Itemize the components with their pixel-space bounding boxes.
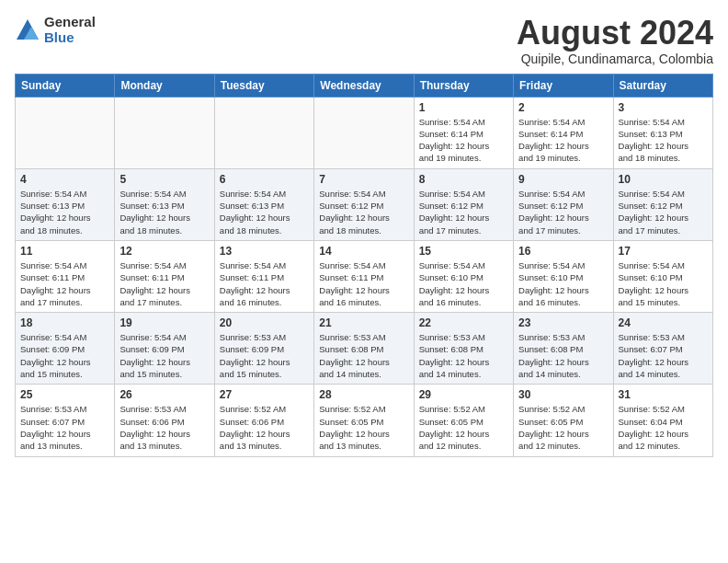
day-number: 27 <box>220 388 309 401</box>
weekday-header-saturday: Saturday <box>613 74 712 97</box>
weekday-header-sunday: Sunday <box>16 74 115 97</box>
day-number: 15 <box>419 245 508 258</box>
calendar-day-cell: 13Sunrise: 5:54 AM Sunset: 6:11 PM Dayli… <box>214 240 313 312</box>
calendar-day-cell: 22Sunrise: 5:53 AM Sunset: 6:08 PM Dayli… <box>414 313 513 385</box>
day-info: Sunrise: 5:54 AM Sunset: 6:13 PM Dayligh… <box>20 188 109 236</box>
calendar-day-cell: 29Sunrise: 5:52 AM Sunset: 6:05 PM Dayli… <box>414 385 513 456</box>
calendar-day-cell: 27Sunrise: 5:52 AM Sunset: 6:06 PM Dayli… <box>214 385 313 456</box>
day-info: Sunrise: 5:52 AM Sunset: 6:05 PM Dayligh… <box>419 403 508 452</box>
calendar-day-cell <box>115 97 214 168</box>
calendar-day-cell: 6Sunrise: 5:54 AM Sunset: 6:13 PM Daylig… <box>214 168 313 240</box>
calendar-week-row: 4Sunrise: 5:54 AM Sunset: 6:13 PM Daylig… <box>16 168 713 240</box>
title-block: August 2024 Quipile, Cundinamarca, Colom… <box>517 15 713 66</box>
day-number: 18 <box>20 316 109 329</box>
day-info: Sunrise: 5:54 AM Sunset: 6:14 PM Dayligh… <box>419 116 508 165</box>
calendar-day-cell: 28Sunrise: 5:52 AM Sunset: 6:05 PM Dayli… <box>314 385 414 456</box>
calendar-day-cell: 8Sunrise: 5:54 AM Sunset: 6:12 PM Daylig… <box>414 168 513 240</box>
calendar-day-cell: 18Sunrise: 5:54 AM Sunset: 6:09 PM Dayli… <box>16 313 115 385</box>
day-number: 8 <box>419 173 508 186</box>
month-title: August 2024 <box>517 15 713 52</box>
weekday-header-tuesday: Tuesday <box>214 74 313 97</box>
day-number: 29 <box>419 388 508 401</box>
calendar-day-cell: 30Sunrise: 5:52 AM Sunset: 6:05 PM Dayli… <box>514 385 613 456</box>
day-number: 7 <box>319 173 408 186</box>
logo-blue: Blue <box>44 30 96 46</box>
day-number: 16 <box>518 245 608 258</box>
day-number: 31 <box>619 388 708 401</box>
day-number: 12 <box>119 245 209 258</box>
day-info: Sunrise: 5:53 AM Sunset: 6:07 PM Dayligh… <box>20 403 109 452</box>
day-number: 30 <box>518 388 608 401</box>
day-info: Sunrise: 5:54 AM Sunset: 6:11 PM Dayligh… <box>220 259 309 308</box>
day-info: Sunrise: 5:53 AM Sunset: 6:08 PM Dayligh… <box>518 331 608 380</box>
day-info: Sunrise: 5:54 AM Sunset: 6:12 PM Dayligh… <box>419 188 508 236</box>
day-number: 25 <box>20 388 109 401</box>
calendar-day-cell: 31Sunrise: 5:52 AM Sunset: 6:04 PM Dayli… <box>613 385 712 456</box>
day-info: Sunrise: 5:53 AM Sunset: 6:09 PM Dayligh… <box>220 331 309 380</box>
day-number: 10 <box>619 173 708 186</box>
calendar-day-cell <box>16 97 115 168</box>
calendar-week-row: 18Sunrise: 5:54 AM Sunset: 6:09 PM Dayli… <box>16 313 713 385</box>
day-info: Sunrise: 5:54 AM Sunset: 6:11 PM Dayligh… <box>119 259 209 308</box>
weekday-header-monday: Monday <box>115 74 214 97</box>
calendar-day-cell: 4Sunrise: 5:54 AM Sunset: 6:13 PM Daylig… <box>16 168 115 240</box>
calendar-day-cell: 11Sunrise: 5:54 AM Sunset: 6:11 PM Dayli… <box>16 240 115 312</box>
calendar: SundayMondayTuesdayWednesdayThursdayFrid… <box>15 74 713 457</box>
day-info: Sunrise: 5:54 AM Sunset: 6:12 PM Dayligh… <box>319 188 408 236</box>
calendar-day-cell: 20Sunrise: 5:53 AM Sunset: 6:09 PM Dayli… <box>214 313 313 385</box>
calendar-day-cell: 15Sunrise: 5:54 AM Sunset: 6:10 PM Dayli… <box>414 240 513 312</box>
day-info: Sunrise: 5:54 AM Sunset: 6:09 PM Dayligh… <box>119 331 209 380</box>
calendar-week-row: 1Sunrise: 5:54 AM Sunset: 6:14 PM Daylig… <box>16 97 713 168</box>
day-number: 19 <box>119 316 209 329</box>
page-header: General Blue August 2024 Quipile, Cundin… <box>15 15 713 66</box>
calendar-day-cell: 9Sunrise: 5:54 AM Sunset: 6:12 PM Daylig… <box>514 168 613 240</box>
day-info: Sunrise: 5:54 AM Sunset: 6:10 PM Dayligh… <box>419 259 508 308</box>
day-info: Sunrise: 5:53 AM Sunset: 6:08 PM Dayligh… <box>319 331 408 380</box>
day-number: 6 <box>220 173 309 186</box>
day-info: Sunrise: 5:54 AM Sunset: 6:13 PM Dayligh… <box>619 116 708 165</box>
day-info: Sunrise: 5:54 AM Sunset: 6:13 PM Dayligh… <box>220 188 309 236</box>
day-number: 26 <box>119 388 209 401</box>
day-info: Sunrise: 5:54 AM Sunset: 6:11 PM Dayligh… <box>319 259 408 308</box>
day-info: Sunrise: 5:52 AM Sunset: 6:05 PM Dayligh… <box>518 403 608 452</box>
day-number: 3 <box>619 101 708 114</box>
day-number: 24 <box>619 316 708 329</box>
weekday-header-thursday: Thursday <box>414 74 513 97</box>
day-number: 9 <box>518 173 608 186</box>
calendar-day-cell: 7Sunrise: 5:54 AM Sunset: 6:12 PM Daylig… <box>314 168 414 240</box>
calendar-day-cell: 17Sunrise: 5:54 AM Sunset: 6:10 PM Dayli… <box>613 240 712 312</box>
day-number: 13 <box>220 245 309 258</box>
calendar-day-cell: 3Sunrise: 5:54 AM Sunset: 6:13 PM Daylig… <box>613 97 712 168</box>
day-info: Sunrise: 5:53 AM Sunset: 6:08 PM Dayligh… <box>419 331 508 380</box>
day-info: Sunrise: 5:52 AM Sunset: 6:05 PM Dayligh… <box>319 403 408 452</box>
calendar-day-cell: 19Sunrise: 5:54 AM Sunset: 6:09 PM Dayli… <box>115 313 214 385</box>
weekday-header-wednesday: Wednesday <box>314 74 414 97</box>
day-number: 11 <box>20 245 109 258</box>
calendar-day-cell: 12Sunrise: 5:54 AM Sunset: 6:11 PM Dayli… <box>115 240 214 312</box>
calendar-day-cell <box>314 97 414 168</box>
day-info: Sunrise: 5:53 AM Sunset: 6:06 PM Dayligh… <box>119 403 209 452</box>
day-number: 2 <box>518 101 608 114</box>
day-number: 5 <box>119 173 209 186</box>
calendar-day-cell: 10Sunrise: 5:54 AM Sunset: 6:12 PM Dayli… <box>613 168 712 240</box>
day-number: 14 <box>319 245 408 258</box>
day-info: Sunrise: 5:54 AM Sunset: 6:14 PM Dayligh… <box>518 116 608 165</box>
day-number: 20 <box>220 316 309 329</box>
logo-general: General <box>44 15 96 30</box>
day-info: Sunrise: 5:54 AM Sunset: 6:12 PM Dayligh… <box>518 188 608 236</box>
calendar-day-cell: 23Sunrise: 5:53 AM Sunset: 6:08 PM Dayli… <box>514 313 613 385</box>
calendar-day-cell: 2Sunrise: 5:54 AM Sunset: 6:14 PM Daylig… <box>514 97 613 168</box>
calendar-day-cell <box>214 97 313 168</box>
day-info: Sunrise: 5:54 AM Sunset: 6:13 PM Dayligh… <box>119 188 209 236</box>
day-number: 22 <box>419 316 508 329</box>
day-number: 23 <box>518 316 608 329</box>
calendar-day-cell: 16Sunrise: 5:54 AM Sunset: 6:10 PM Dayli… <box>514 240 613 312</box>
calendar-day-cell: 26Sunrise: 5:53 AM Sunset: 6:06 PM Dayli… <box>115 385 214 456</box>
day-info: Sunrise: 5:54 AM Sunset: 6:09 PM Dayligh… <box>20 331 109 380</box>
weekday-header-friday: Friday <box>514 74 613 97</box>
calendar-day-cell: 5Sunrise: 5:54 AM Sunset: 6:13 PM Daylig… <box>115 168 214 240</box>
weekday-header-row: SundayMondayTuesdayWednesdayThursdayFrid… <box>16 74 713 97</box>
day-number: 1 <box>419 101 508 114</box>
calendar-day-cell: 14Sunrise: 5:54 AM Sunset: 6:11 PM Dayli… <box>314 240 414 312</box>
day-info: Sunrise: 5:52 AM Sunset: 6:06 PM Dayligh… <box>220 403 309 452</box>
